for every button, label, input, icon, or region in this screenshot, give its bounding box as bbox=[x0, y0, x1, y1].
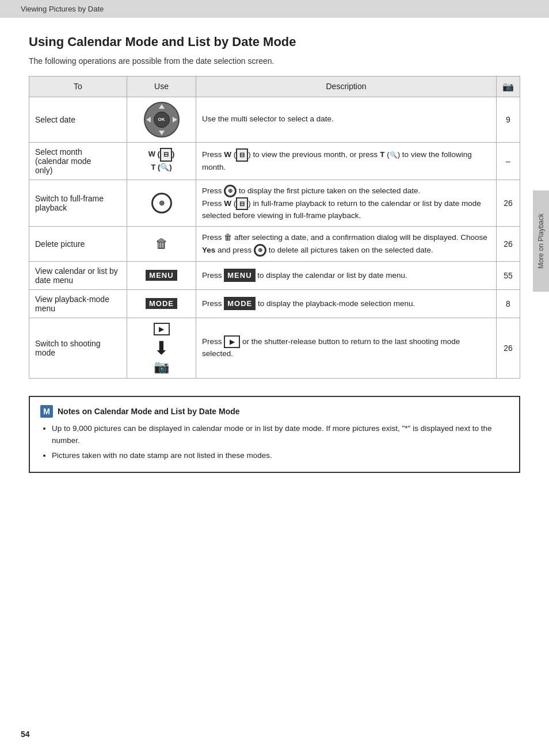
play-inline: ▶ bbox=[224, 335, 240, 348]
row6-desc: Press MODE to display the playback-mode … bbox=[196, 289, 497, 318]
table-row: View calendar or list by date menu MENU … bbox=[29, 261, 520, 289]
row4-pg: 26 bbox=[497, 227, 520, 261]
table-row: Switch to shooting mode ▶ ⬇ 📷 Press ▶ or… bbox=[29, 318, 520, 378]
note-title-text: Notes on Calendar Mode and List by Date … bbox=[58, 407, 240, 416]
row7-desc: Press ▶ or the shutter-release button to… bbox=[196, 318, 497, 378]
row4-use: 🗑 bbox=[127, 227, 196, 261]
note-item-2: Pictures taken with no date stamp are no… bbox=[52, 449, 509, 462]
dial-down-arrow bbox=[159, 131, 165, 135]
mode-inline: MODE bbox=[224, 297, 256, 311]
mode-button-icon: MODE bbox=[146, 298, 177, 309]
menu-button-icon: MENU bbox=[146, 270, 177, 281]
row1-to: Select date bbox=[29, 97, 127, 142]
note-title: M Notes on Calendar Mode and List by Dat… bbox=[40, 405, 509, 418]
main-table: To Use Description 📷 Select date bbox=[29, 76, 520, 379]
tele-icon: 🔍 bbox=[160, 163, 169, 171]
trash-inline: 🗑 bbox=[224, 231, 232, 243]
top-bar: Viewing Pictures by Date bbox=[0, 0, 549, 18]
note-icon: M bbox=[40, 405, 53, 418]
row5-use: MENU bbox=[127, 261, 196, 289]
note-box: M Notes on Calendar Mode and List by Dat… bbox=[29, 396, 520, 474]
header-use: Use bbox=[127, 76, 196, 97]
wt-icon: W (⊟) T (🔍) bbox=[133, 148, 190, 173]
table-row: Delete picture 🗑 Press 🗑 after selecting… bbox=[29, 227, 520, 261]
page-title: Using Calendar Mode and List by Date Mod… bbox=[29, 34, 520, 51]
header-pg: 📷 bbox=[497, 76, 520, 97]
row3-pg: 26 bbox=[497, 180, 520, 227]
table-row: Select date OK bbox=[29, 97, 520, 142]
row1-use: OK bbox=[127, 97, 196, 142]
row1-desc: Use the multi selector to select a date. bbox=[196, 97, 497, 142]
top-bar-label: Viewing Pictures by Date bbox=[21, 5, 104, 13]
menu-inline: MENU bbox=[224, 269, 255, 282]
play-button-icon: ▶ bbox=[154, 323, 170, 335]
tele-inline: 🔍 bbox=[390, 151, 398, 158]
dial-right-arrow bbox=[173, 117, 177, 123]
row7-pg: 26 bbox=[497, 318, 520, 378]
shoot-icons: ▶ ⬇ 📷 bbox=[133, 323, 190, 373]
dial-up-arrow bbox=[159, 104, 165, 109]
side-label: More on Playback bbox=[537, 213, 545, 269]
row2-use: W (⊟) T (🔍) bbox=[127, 142, 196, 180]
camera-icon: 📷 bbox=[502, 82, 514, 91]
trash-icon: 🗑 bbox=[155, 236, 168, 251]
row5-to: View calendar or list by date menu bbox=[29, 261, 127, 289]
row7-to: Switch to shooting mode bbox=[29, 318, 127, 378]
camera-shutter-icon: 📷 bbox=[154, 361, 169, 373]
table-row: Select month(calendar modeonly) W (⊟) T … bbox=[29, 142, 520, 180]
header-to: To bbox=[29, 76, 127, 97]
row2-to: Select month(calendar modeonly) bbox=[29, 142, 127, 180]
page-number: 54 bbox=[21, 730, 30, 739]
note-list: Up to 9,000 pictures can be displayed in… bbox=[40, 422, 509, 462]
row6-pg: 8 bbox=[497, 289, 520, 318]
ok-circle-icon: ⊛ bbox=[151, 193, 172, 213]
row2-desc: Press W (⊟) to view the previous month, … bbox=[196, 142, 497, 180]
row3-to: Switch to full-frame playback bbox=[29, 180, 127, 227]
row7-use: ▶ ⬇ 📷 bbox=[127, 318, 196, 378]
wide-box-inline: ⊟ bbox=[236, 148, 248, 162]
wide-box-icon: ⊟ bbox=[160, 148, 172, 162]
subtitle: The following operations are possible fr… bbox=[29, 56, 520, 66]
page: Viewing Pictures by Date More on Playbac… bbox=[0, 0, 549, 756]
row1-pg: 9 bbox=[497, 97, 520, 142]
row3-use: ⊛ bbox=[127, 180, 196, 227]
shutter-release-icon: ⬇ bbox=[154, 339, 169, 357]
side-tab: More on Playback bbox=[533, 190, 549, 292]
row2-pg: – bbox=[497, 142, 520, 180]
row3-desc: Press ⊛ to display the first picture tak… bbox=[196, 180, 497, 227]
row5-desc: Press MENU to display the calendar or li… bbox=[196, 261, 497, 289]
row6-use: MODE bbox=[127, 289, 196, 318]
table-row: View playback-mode menu MODE Press MODE … bbox=[29, 289, 520, 318]
ok-inline: ⊛ bbox=[224, 185, 237, 197]
table-row: Switch to full-frame playback ⊛ Press ⊛ … bbox=[29, 180, 520, 227]
dial-left-arrow bbox=[146, 117, 151, 123]
row4-desc: Press 🗑 after selecting a date, and a co… bbox=[196, 227, 497, 261]
header-desc: Description bbox=[196, 76, 497, 97]
row4-to: Delete picture bbox=[29, 227, 127, 261]
row6-to: View playback-mode menu bbox=[29, 289, 127, 318]
wide-box-inline2: ⊟ bbox=[236, 197, 248, 211]
content: More on Playback Using Calendar Mode and… bbox=[0, 18, 549, 756]
ok-inline2: ⊛ bbox=[254, 244, 266, 257]
note-item-1: Up to 9,000 pictures can be displayed in… bbox=[52, 422, 509, 447]
multi-selector-icon: OK bbox=[133, 102, 190, 138]
ok-button-center: OK bbox=[154, 112, 170, 128]
row5-pg: 55 bbox=[497, 261, 520, 289]
